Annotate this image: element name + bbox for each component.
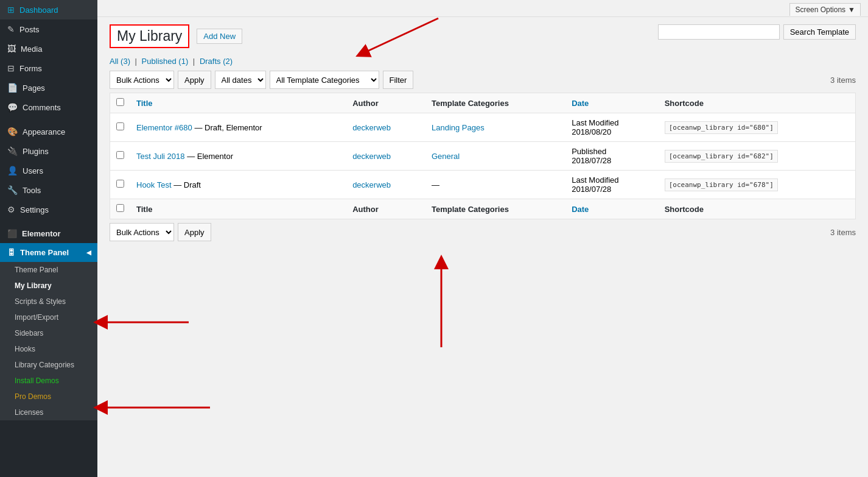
- row3-author-link[interactable]: deckerweb: [352, 180, 391, 189]
- sidebar-item-forms[interactable]: ⊟ Forms: [0, 58, 97, 78]
- row2-category-link[interactable]: General: [432, 152, 460, 161]
- theme-panel-submenu: Theme Panel My Library Scripts & Styles …: [0, 262, 97, 420]
- dates-filter-select[interactable]: All dates: [215, 71, 266, 89]
- row1-shortcode[interactable]: [oceanwp_library id="680"]: [665, 121, 778, 134]
- submenu-scripts-styles[interactable]: Scripts & Styles: [0, 294, 97, 309]
- row1-title-link[interactable]: Elementor #680: [136, 123, 192, 132]
- table-row: Hook Test — Draft deckerweb — Last Modif…: [110, 171, 856, 199]
- apply-bottom-button[interactable]: Apply: [178, 223, 211, 241]
- row1-checkbox-cell: [110, 113, 131, 142]
- submenu-import-export[interactable]: Import/Export: [0, 309, 97, 325]
- apply-top-button[interactable]: Apply: [178, 71, 211, 89]
- footer-col-categories: Template Categories: [425, 199, 565, 219]
- search-area: Search Template: [658, 24, 856, 40]
- sidebar-item-posts[interactable]: ✎ Posts: [0, 19, 97, 39]
- submenu-library-categories[interactable]: Library Categories: [0, 357, 97, 373]
- theme-panel-icon: 🎛: [7, 248, 15, 257]
- search-template-button[interactable]: Search Template: [783, 24, 856, 40]
- top-toolbar: Bulk Actions Apply All dates All Templat…: [110, 71, 856, 89]
- select-all-header: [110, 93, 131, 113]
- forms-icon: ⊟: [7, 63, 15, 73]
- sidebar-item-plugins[interactable]: 🔌 Plugins: [0, 141, 97, 161]
- submenu-sidebars[interactable]: Sidebars: [0, 325, 97, 341]
- row3-title-cell: Hook Test — Draft: [130, 171, 346, 199]
- footer-col-shortcode: Shortcode: [659, 199, 856, 219]
- row2-shortcode[interactable]: [oceanwp_library id="682"]: [665, 150, 778, 163]
- submenu-install-demos[interactable]: Install Demos: [0, 373, 97, 389]
- row2-title-link[interactable]: Test Juli 2018: [136, 152, 185, 161]
- row1-shortcode-cell: [oceanwp_library id="680"]: [659, 113, 856, 142]
- select-all-footer-checkbox[interactable]: [116, 204, 124, 212]
- row3-shortcode-cell: [oceanwp_library id="678"]: [659, 171, 856, 199]
- submenu-pro-demos[interactable]: Pro Demos: [0, 389, 97, 405]
- row2-date-cell: Published 2018/07/28: [565, 142, 658, 171]
- bottom-toolbar: Bulk Actions Apply 3 items: [110, 223, 856, 241]
- sidebar: ⊞ Dashboard ✎ Posts 🖼 Media ⊟ Forms 📄 Pa…: [0, 0, 97, 477]
- sidebar-item-tools[interactable]: 🔧 Tools: [0, 180, 97, 200]
- filter-links: All (3) | Published (1) | Drafts (2): [110, 57, 856, 66]
- sidebar-item-media[interactable]: 🖼 Media: [0, 39, 97, 58]
- footer-col-date-link[interactable]: Date: [572, 205, 589, 214]
- row1-author-cell: deckerweb: [346, 113, 425, 142]
- submenu-licenses[interactable]: Licenses: [0, 405, 97, 420]
- page-header-row: My Library Add New Search Template: [110, 24, 856, 54]
- pages-icon: 📄: [7, 83, 18, 93]
- select-all-checkbox[interactable]: [116, 98, 124, 106]
- bulk-actions-top-select[interactable]: Bulk Actions: [110, 71, 174, 89]
- row1-categories-cell: Landing Pages: [425, 113, 565, 142]
- screen-options-button[interactable]: Screen Options ▼: [789, 3, 861, 16]
- comments-icon: 💬: [7, 102, 18, 112]
- sidebar-item-settings[interactable]: ⚙ Settings: [0, 200, 97, 219]
- topbar: Screen Options ▼: [97, 0, 868, 17]
- sidebar-item-comments[interactable]: 💬 Comments: [0, 97, 97, 117]
- submenu-hooks[interactable]: Hooks: [0, 341, 97, 357]
- sidebar-item-pages[interactable]: 📄 Pages: [0, 78, 97, 97]
- bulk-actions-bottom-select[interactable]: Bulk Actions: [110, 223, 174, 241]
- filter-button[interactable]: Filter: [383, 71, 414, 89]
- row1-author-link[interactable]: deckerweb: [352, 123, 391, 132]
- sidebar-item-appearance[interactable]: 🎨 Appearance: [0, 122, 97, 141]
- content-area: My Library Add New Search Template All (…: [97, 17, 868, 477]
- sidebar-item-elementor[interactable]: ⬛ Elementor: [0, 224, 97, 243]
- media-icon: 🖼: [7, 44, 16, 54]
- row3-title-suffix: — Draft: [173, 180, 201, 189]
- row3-title-link[interactable]: Hook Test: [136, 180, 172, 189]
- col-author: Author: [346, 93, 425, 113]
- row3-shortcode[interactable]: [oceanwp_library id="678"]: [665, 178, 778, 191]
- sidebar-item-theme-panel[interactable]: 🎛 Theme Panel ◀: [0, 243, 97, 262]
- posts-icon: ✎: [7, 24, 15, 34]
- table-header-row: Title Author Template Categories Date Sh…: [110, 93, 856, 113]
- row3-date-cell: Last Modified 2018/07/28: [565, 171, 658, 199]
- col-title: Title: [130, 93, 346, 113]
- search-input[interactable]: [658, 24, 780, 40]
- users-icon: 👤: [7, 166, 18, 175]
- dashboard-icon: ⊞: [7, 5, 15, 15]
- row2-author-cell: deckerweb: [346, 142, 425, 171]
- col-title-link[interactable]: Title: [136, 99, 153, 108]
- row2-categories-cell: General: [425, 142, 565, 171]
- row1-title-suffix: — Draft, Elementor: [194, 123, 262, 132]
- templates-table: Title Author Template Categories Date Sh…: [110, 93, 856, 219]
- row2-date-value: 2018/07/28: [572, 156, 611, 165]
- submenu-theme-panel[interactable]: Theme Panel: [0, 262, 97, 278]
- submenu-my-library[interactable]: My Library: [0, 278, 97, 294]
- chevron-right-icon: ◀: [86, 249, 91, 256]
- row2-checkbox[interactable]: [116, 151, 124, 159]
- add-new-button[interactable]: Add New: [197, 29, 242, 44]
- row1-category-link[interactable]: Landing Pages: [432, 123, 485, 132]
- row1-checkbox[interactable]: [116, 122, 124, 130]
- row2-checkbox-cell: [110, 142, 131, 171]
- col-template-categories: Template Categories: [425, 93, 565, 113]
- footer-col-date: Date: [565, 199, 658, 219]
- sidebar-item-dashboard[interactable]: ⊞ Dashboard: [0, 0, 97, 19]
- col-date-link[interactable]: Date: [572, 99, 589, 108]
- items-count-top: 3 items: [830, 76, 856, 85]
- categories-filter-select[interactable]: All Template Categories: [270, 71, 379, 89]
- row2-author-link[interactable]: deckerweb: [352, 152, 391, 161]
- filter-drafts[interactable]: Drafts (2): [200, 57, 233, 66]
- main-content: Screen Options ▼ My Library Add New Sear…: [97, 0, 868, 477]
- filter-published[interactable]: Published (1): [142, 57, 191, 66]
- sidebar-item-users[interactable]: 👤 Users: [0, 161, 97, 180]
- filter-all[interactable]: All (3): [110, 57, 133, 66]
- row3-checkbox[interactable]: [116, 180, 124, 188]
